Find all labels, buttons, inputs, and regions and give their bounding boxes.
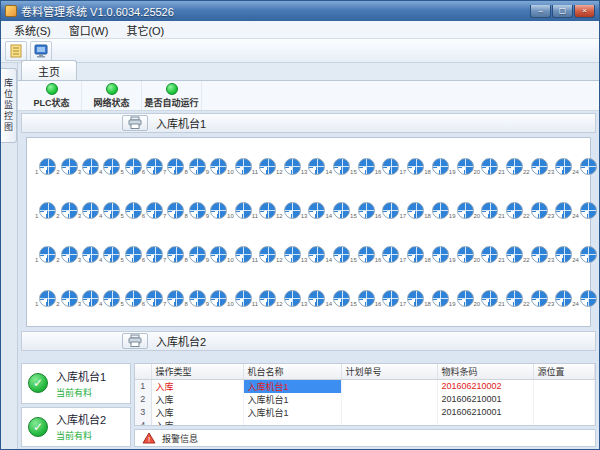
cell-operation-type[interactable]: 入库	[151, 393, 243, 406]
slot-indicator[interactable]: 24	[572, 158, 597, 175]
slot-indicator[interactable]: 2	[56, 246, 77, 263]
cell-plan-no[interactable]	[341, 393, 437, 406]
slot-indicator[interactable]: 24	[572, 246, 597, 263]
slot-indicator[interactable]: 9	[206, 290, 227, 307]
slot-indicator[interactable]: 9	[206, 202, 227, 219]
slot-indicator[interactable]: 5	[120, 202, 141, 219]
slot-indicator[interactable]: 18	[424, 290, 449, 307]
minimize-button[interactable]: –	[530, 5, 551, 18]
machine1-status-card[interactable]: ✓ 入库机台1 当前有料	[21, 363, 131, 404]
slot-indicator[interactable]: 20	[474, 202, 499, 219]
slot-indicator[interactable]: 6	[142, 290, 163, 307]
row-seq[interactable]: 3	[135, 406, 151, 419]
slot-indicator[interactable]: 17	[399, 290, 424, 307]
menu-window[interactable]: 窗口(W)	[60, 21, 118, 39]
slot-indicator[interactable]: 21	[498, 202, 523, 219]
task-grid[interactable]: 操作类型 机台名称 计划单号 物料条码 源位置 1入库入库机台120160621…	[134, 363, 596, 426]
slot-indicator[interactable]: 3	[78, 290, 99, 307]
tab-home[interactable]: 主页	[21, 60, 77, 80]
table-row[interactable]: 4入库	[135, 419, 595, 427]
slot-indicator[interactable]: 22	[523, 246, 548, 263]
slot-indicator[interactable]: 10	[227, 202, 252, 219]
slot-indicator[interactable]: 17	[399, 202, 424, 219]
close-button[interactable]: ×	[574, 5, 595, 18]
slot-indicator[interactable]: 3	[78, 202, 99, 219]
slot-indicator[interactable]: 14	[325, 158, 350, 175]
cell-operation-type[interactable]: 入库	[151, 379, 243, 393]
slot-indicator[interactable]: 15	[350, 246, 375, 263]
slot-indicator[interactable]: 17	[399, 246, 424, 263]
col-plan-no[interactable]: 计划单号	[341, 364, 437, 379]
slot-indicator[interactable]: 24	[572, 202, 597, 219]
table-row[interactable]: 3入库入库机台1201606210001	[135, 406, 595, 419]
slot-indicator[interactable]: 16	[375, 246, 400, 263]
slot-indicator[interactable]: 21	[498, 158, 523, 175]
machine2-print-button[interactable]	[122, 333, 148, 349]
slot-indicator[interactable]: 6	[142, 158, 163, 175]
slot-indicator[interactable]: 4	[99, 290, 120, 307]
side-tab-location-monitor[interactable]: 库位监控图	[1, 68, 17, 143]
slot-indicator[interactable]: 14	[325, 202, 350, 219]
slot-indicator[interactable]: 7	[163, 158, 184, 175]
slot-indicator[interactable]: 18	[424, 246, 449, 263]
slot-indicator[interactable]: 9	[206, 246, 227, 263]
slot-indicator[interactable]: 11	[252, 246, 276, 263]
slot-indicator[interactable]: 22	[523, 202, 548, 219]
slot-indicator[interactable]: 1	[35, 290, 56, 307]
slot-indicator[interactable]: 6	[142, 246, 163, 263]
slot-indicator[interactable]: 18	[424, 202, 449, 219]
slot-indicator[interactable]: 23	[548, 290, 573, 307]
cell-plan-no[interactable]	[341, 406, 437, 419]
cell-plan-no[interactable]	[341, 419, 437, 427]
slot-indicator[interactable]: 23	[548, 202, 573, 219]
slot-indicator[interactable]: 15	[350, 290, 375, 307]
slot-indicator[interactable]: 1	[35, 246, 56, 263]
cell-material-barcode[interactable]: 201606210001	[437, 393, 533, 406]
slot-indicator[interactable]: 9	[206, 158, 227, 175]
slot-indicator[interactable]: 7	[163, 290, 184, 307]
slot-indicator[interactable]: 20	[474, 246, 499, 263]
row-seq[interactable]: 2	[135, 393, 151, 406]
slot-indicator[interactable]: 11	[252, 158, 276, 175]
cell-machine-name[interactable]: 入库机台1	[243, 406, 341, 419]
slot-indicator[interactable]: 13	[301, 290, 326, 307]
slot-indicator[interactable]: 5	[120, 290, 141, 307]
slot-indicator[interactable]: 16	[375, 202, 400, 219]
slot-indicator[interactable]: 11	[252, 290, 276, 307]
row-seq[interactable]: 1	[135, 379, 151, 393]
cell-operation-type[interactable]: 入库	[151, 406, 243, 419]
slot-indicator[interactable]: 19	[449, 246, 474, 263]
slot-indicator[interactable]: 12	[276, 246, 301, 263]
slot-indicator[interactable]: 5	[120, 246, 141, 263]
cell-material-barcode[interactable]: 201606210001	[437, 406, 533, 419]
slot-indicator[interactable]: 2	[56, 158, 77, 175]
cell-operation-type[interactable]: 入库	[151, 419, 243, 427]
slot-indicator[interactable]: 3	[78, 158, 99, 175]
slot-indicator[interactable]: 14	[325, 290, 350, 307]
slot-indicator[interactable]: 7	[163, 202, 184, 219]
slot-indicator[interactable]: 13	[301, 158, 326, 175]
title-bar[interactable]: 卷料管理系统 V1.0.6034.25526 – ▢ ×	[1, 1, 599, 21]
slot-indicator[interactable]: 13	[301, 202, 326, 219]
col-source-location[interactable]: 源位置	[533, 364, 595, 379]
slot-indicator[interactable]: 15	[350, 158, 375, 175]
machine1-print-button[interactable]	[122, 115, 148, 131]
slot-indicator[interactable]: 14	[325, 246, 350, 263]
slot-indicator[interactable]: 5	[120, 158, 141, 175]
cell-machine-name[interactable]: 入库机台1	[243, 379, 341, 393]
slot-indicator[interactable]: 12	[276, 158, 301, 175]
slot-indicator[interactable]: 12	[276, 290, 301, 307]
slot-indicator[interactable]: 11	[252, 202, 276, 219]
cell-source-location[interactable]	[533, 419, 595, 427]
slot-indicator[interactable]: 1	[35, 202, 56, 219]
machine2-status-card[interactable]: ✓ 入库机台2 当前有料	[21, 407, 131, 448]
slot-indicator[interactable]: 22	[523, 158, 548, 175]
slot-indicator[interactable]: 15	[350, 202, 375, 219]
cell-material-barcode[interactable]: 201606210002	[437, 379, 533, 393]
cell-source-location[interactable]	[533, 393, 595, 406]
slot-indicator[interactable]: 8	[184, 158, 205, 175]
slot-indicator[interactable]: 21	[498, 246, 523, 263]
col-machine-name[interactable]: 机台名称	[243, 364, 341, 379]
slot-indicator[interactable]: 12	[276, 202, 301, 219]
slot-indicator[interactable]: 7	[163, 246, 184, 263]
